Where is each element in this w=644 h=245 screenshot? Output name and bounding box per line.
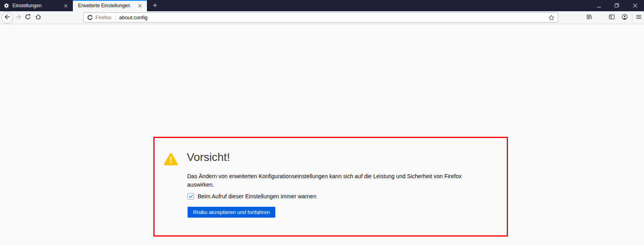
library-icon [586,14,592,22]
warning-body: Das Ändern von erweiterten Konfiguration… [187,172,469,189]
library-button[interactable] [586,14,592,21]
urlbar-separator [115,14,116,21]
url-bar[interactable]: Firefox about:config [83,12,558,23]
close-icon[interactable] [62,2,69,9]
account-icon [621,14,628,22]
new-tab-button[interactable] [150,0,160,11]
page-content: Vorsicht! Das Ändern von erweiterten Kon… [0,24,644,245]
warning-title: Vorsicht! [187,150,230,165]
accept-risk-button[interactable]: Risiko akzeptieren und fortfahren [188,207,275,218]
identity-label: Firefox [95,14,111,21]
close-icon [633,2,637,9]
tab-bar: Einstellungen Erweiterte Einstellungen [0,0,644,11]
active-tab-indicator [73,0,147,1]
warning-triangle-icon [163,152,178,166]
tab-erweiterte-einstellungen[interactable]: Erweiterte Einstellungen [73,0,147,11]
tab-label: Einstellungen [12,3,62,8]
tab-einstellungen[interactable]: Einstellungen [0,0,73,11]
arrow-right-icon [15,14,22,22]
menu-button[interactable] [636,14,642,21]
warning-checkbox[interactable] [188,193,194,200]
window-controls [590,0,644,11]
warning-checkbox-row: Beim Aufruf dieser Einstellungen immer w… [188,193,316,200]
browser-window: Einstellungen Erweiterte Einstellungen [0,0,644,245]
navigation-toolbar: Firefox about:config [0,11,644,24]
minimize-button[interactable] [590,0,608,11]
sidebar-button[interactable] [609,14,615,21]
plus-icon [153,2,157,9]
forward-button[interactable] [15,14,22,21]
firefox-logo-icon [87,14,93,21]
toolbar-separator [632,14,632,21]
reload-icon [25,14,31,22]
sidebar-icon [609,14,615,22]
account-button[interactable] [621,14,628,21]
tab-label: Erweiterte Einstellungen [78,3,136,8]
restore-button[interactable] [608,0,626,11]
minimize-icon [597,2,601,9]
close-window-button[interactable] [626,0,644,11]
back-button[interactable] [1,12,13,24]
home-button[interactable] [35,14,41,21]
home-icon [35,14,41,22]
bookmark-star-icon[interactable] [548,14,555,21]
hamburger-menu-icon [636,14,642,22]
gear-icon [4,3,9,8]
restore-icon [615,2,619,9]
arrow-left-icon [4,14,10,22]
url-value[interactable]: about:config [119,14,548,21]
warning-checkbox-label[interactable]: Beim Aufruf dieser Einstellungen immer w… [198,193,316,200]
reload-button[interactable] [25,14,31,21]
close-icon[interactable] [136,2,143,9]
